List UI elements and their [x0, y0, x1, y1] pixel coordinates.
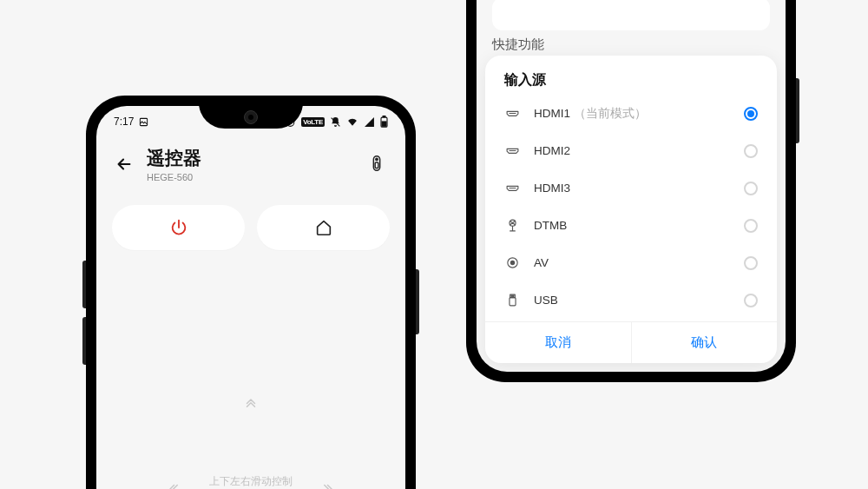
phone-mockup-left: 7:17 VoLTE: [86, 96, 416, 489]
radio-unselected[interactable]: [744, 294, 758, 307]
notch: [199, 106, 303, 129]
source-label: DTMB: [534, 219, 730, 232]
source-label: HDMI3: [534, 182, 730, 195]
svg-point-7: [376, 158, 378, 160]
page-subtitle: HEGE-560: [147, 172, 355, 182]
source-option-hdmi1[interactable]: HDMI1（当前模式）: [485, 95, 777, 132]
source-suffix: （当前模式）: [574, 107, 647, 120]
remote-icon[interactable]: [367, 154, 388, 175]
radio-unselected[interactable]: [744, 144, 758, 158]
svg-rect-8: [375, 162, 378, 168]
page-header: 遥控器 HEGE-560: [96, 134, 405, 189]
chevron-left-icon: [168, 481, 183, 489]
radio-unselected[interactable]: [744, 256, 758, 270]
source-option-av[interactable]: AV: [485, 244, 777, 281]
source-option-dtmb[interactable]: DTMB: [485, 207, 777, 244]
source-option-hdmi3[interactable]: HDMI3: [485, 169, 777, 207]
usb-icon: [504, 293, 520, 308]
radio-unselected[interactable]: [744, 219, 758, 233]
antenna-icon: [504, 218, 520, 234]
svg-rect-15: [512, 295, 513, 296]
bell-off-icon: [330, 116, 341, 128]
radio-unselected[interactable]: [744, 182, 758, 195]
source-label: AV: [534, 256, 730, 269]
wifi-icon: [346, 116, 358, 128]
touchpad-area[interactable]: 上下左右滑动控制 点击确定: [129, 397, 372, 489]
card-partial: [492, 0, 770, 30]
svg-rect-14: [511, 295, 512, 296]
volte-badge: VoLTE: [301, 117, 325, 127]
source-option-usb[interactable]: USB: [485, 281, 777, 318]
picture-icon: [139, 117, 148, 127]
source-option-hdmi2[interactable]: HDMI2: [485, 132, 777, 169]
av-icon: [504, 255, 520, 271]
shortcut-section-label: 快捷功能: [492, 36, 544, 53]
page-title: 遥控器: [147, 146, 355, 170]
volume-up-button: [82, 261, 86, 308]
source-label: USB: [534, 294, 730, 307]
hdmi-icon: [504, 143, 520, 159]
source-label: HDMI2: [534, 144, 730, 157]
battery-icon: [380, 116, 388, 128]
svg-rect-5: [382, 122, 386, 126]
status-time: 7:17: [114, 116, 134, 128]
svg-rect-13: [509, 298, 515, 306]
touchpad-hint: 上下左右滑动控制 点击确定: [209, 473, 293, 489]
power-side-button: [796, 78, 799, 143]
power-icon: [169, 218, 188, 237]
sheet-title: 输入源: [485, 71, 777, 95]
phone-mockup-right: 快捷功能 输入源 HDMI1（当前模式）HDMI2HDMI3DTMBAVUSB …: [466, 0, 796, 382]
source-list: HDMI1（当前模式）HDMI2HDMI3DTMBAVUSB: [485, 95, 777, 318]
front-camera: [244, 110, 258, 124]
source-label: HDMI1（当前模式）: [534, 106, 730, 122]
confirm-button[interactable]: 确认: [632, 322, 778, 363]
volume-down-button: [82, 317, 86, 365]
home-icon: [314, 218, 333, 237]
power-button[interactable]: [112, 205, 245, 250]
svg-point-11: [510, 261, 514, 264]
radio-selected[interactable]: [744, 107, 758, 121]
hdmi-icon: [504, 181, 520, 196]
cancel-button[interactable]: 取消: [485, 322, 632, 363]
hdmi-icon: [504, 106, 520, 122]
chevron-right-icon: [319, 481, 334, 489]
power-side-button: [416, 269, 419, 334]
svg-rect-4: [383, 116, 385, 116]
back-button[interactable]: [114, 154, 135, 175]
signal-icon: [364, 116, 375, 128]
home-button[interactable]: [257, 205, 390, 250]
input-source-sheet: 输入源 HDMI1（当前模式）HDMI2HDMI3DTMBAVUSB 取消 确认: [485, 56, 777, 363]
chevron-up-icon: [129, 397, 372, 413]
